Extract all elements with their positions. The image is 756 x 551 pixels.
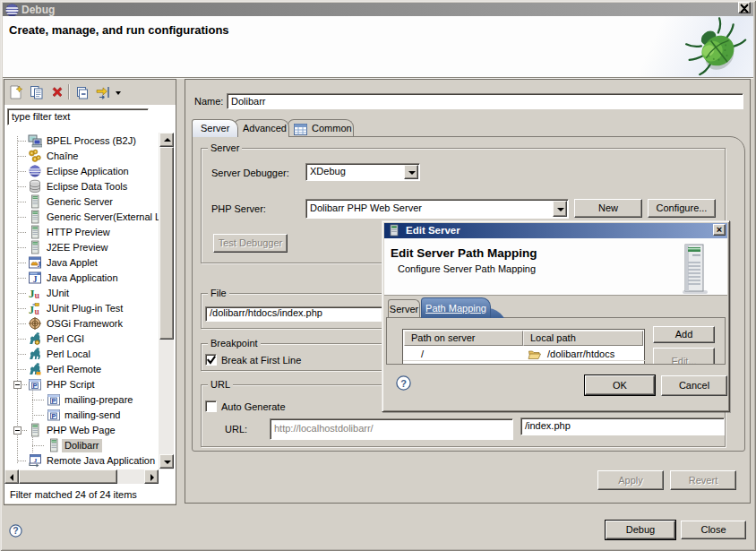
- svg-text:J: J: [29, 304, 34, 315]
- svg-text:P: P: [32, 382, 37, 390]
- svg-text:J: J: [34, 457, 38, 464]
- svg-text:?: ?: [400, 378, 407, 389]
- svg-text:u: u: [35, 307, 40, 316]
- svg-text:?: ?: [13, 525, 18, 536]
- svg-text:P: P: [51, 397, 56, 405]
- svg-text:J: J: [38, 261, 41, 269]
- svg-text:u: u: [35, 290, 40, 300]
- svg-text:P: P: [51, 412, 56, 420]
- svg-text:J: J: [33, 275, 38, 284]
